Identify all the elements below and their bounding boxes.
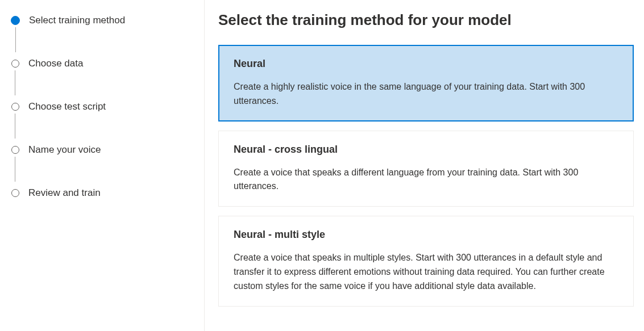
step-select-training-method[interactable]: Select training method: [11, 15, 204, 58]
step-label: Review and train: [28, 187, 101, 199]
wizard-steps-sidebar: Select training method Choose data Choos…: [0, 0, 205, 331]
step-connector-icon: [15, 70, 15, 95]
step-label: Select training method: [29, 15, 125, 26]
step-label: Choose test script: [28, 101, 106, 112]
step-label: Choose data: [28, 58, 83, 69]
option-title: Neural - multi style: [234, 229, 618, 241]
option-desc: Create a highly realistic voice in the s…: [234, 80, 618, 108]
step-marker-icon: [11, 16, 20, 25]
step-marker-icon: [11, 189, 19, 197]
step-connector-icon: [15, 27, 16, 52]
step-marker-icon: [11, 146, 19, 154]
step-label: Name your voice: [28, 144, 101, 156]
option-title: Neural: [234, 58, 618, 70]
step-connector-icon: [15, 114, 15, 139]
option-desc: Create a voice that speaks a different l…: [234, 166, 618, 194]
option-desc: Create a voice that speaks in multiple s…: [234, 251, 618, 293]
step-choose-data[interactable]: Choose data: [11, 58, 204, 101]
step-marker-icon: [11, 60, 19, 68]
step-connector-icon: [15, 157, 15, 182]
option-neural[interactable]: Neural Create a highly realistic voice i…: [218, 45, 634, 121]
option-neural-cross-lingual[interactable]: Neural - cross lingual Create a voice th…: [218, 131, 634, 207]
step-marker-icon: [11, 103, 19, 111]
page-title: Select the training method for your mode…: [218, 11, 634, 29]
option-title: Neural - cross lingual: [234, 144, 618, 156]
step-name-your-voice[interactable]: Name your voice: [11, 144, 204, 187]
step-review-and-train[interactable]: Review and train: [11, 187, 204, 199]
main-content: Select the training method for your mode…: [205, 0, 644, 331]
step-choose-test-script[interactable]: Choose test script: [11, 101, 204, 144]
option-neural-multi-style[interactable]: Neural - multi style Create a voice that…: [218, 216, 634, 306]
